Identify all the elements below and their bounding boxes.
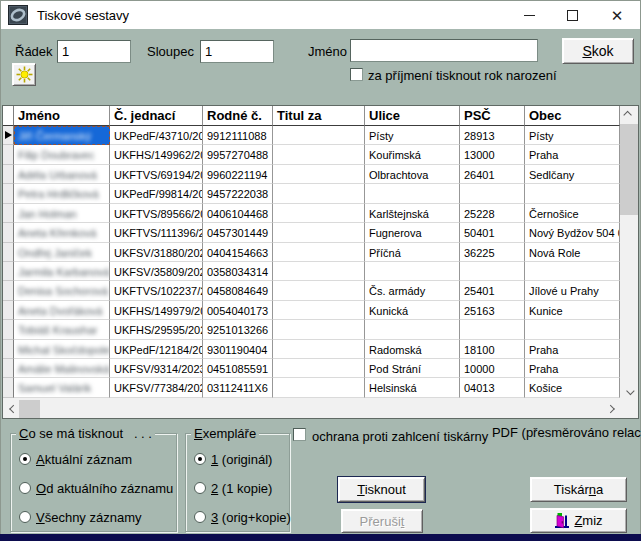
tisknout-button[interactable]: Tisknout: [338, 477, 425, 502]
cell-rodne[interactable]: 0457301449: [203, 223, 273, 242]
cell-obec[interactable]: Nová Role: [525, 243, 620, 262]
cell-jednaci[interactable]: UKFTVS/69194/2023: [110, 165, 203, 184]
row-selector-cell[interactable]: [3, 281, 14, 300]
grid-row[interactable]: Jarmila KarbanováUKFSV/35809/20230358034…: [3, 262, 620, 281]
cell-psc[interactable]: 25163: [460, 301, 525, 320]
column-header-6[interactable]: PSČ: [460, 106, 525, 126]
cell-psc[interactable]: 18100: [460, 340, 525, 359]
sloupec-input[interactable]: 1: [200, 40, 274, 63]
grid-row[interactable]: Tobiáš KrausharUKFHS/29595/2023925101326…: [3, 320, 620, 339]
row-selector-cell[interactable]: [3, 204, 14, 223]
cell-obec[interactable]: Praha: [525, 145, 620, 164]
cell-psc[interactable]: 25228: [460, 204, 525, 223]
cell-rodne[interactable]: 9957270488: [203, 145, 273, 164]
zmiz-button[interactable]: Zmiz: [530, 508, 627, 533]
jmeno-input[interactable]: [350, 39, 538, 62]
grid-row[interactable]: Michal SkočdopoleUKPedF/12184/2023930119…: [3, 340, 620, 359]
row-selector-cell[interactable]: [3, 301, 14, 320]
cell-name[interactable]: Petra Hrdličková: [14, 184, 110, 203]
cell-titul[interactable]: [273, 281, 365, 300]
cell-titul[interactable]: [273, 243, 365, 262]
refresh-button[interactable]: [12, 63, 36, 86]
grid-row[interactable]: Samuel ValárikUKFSV/77384/202303112411X6…: [3, 378, 620, 397]
copies-option-3[interactable]: 3 (orig+kopie): [194, 510, 291, 524]
scroll-down-button[interactable]: [620, 382, 637, 399]
grid-row[interactable]: Jan HolmanUKFTVS/89566/20230406104468Kar…: [3, 204, 620, 223]
cell-psc[interactable]: 04013: [460, 378, 525, 397]
cell-obec[interactable]: Praha: [525, 340, 620, 359]
row-selector-cell[interactable]: [3, 223, 14, 242]
cell-name[interactable]: Tobiáš Kraushar: [14, 320, 110, 339]
cell-obec[interactable]: Jílové u Prahy: [525, 281, 620, 300]
prerusit-button[interactable]: Přerušit: [341, 509, 423, 533]
cell-rodne[interactable]: 9251013266: [203, 320, 273, 339]
cell-rodne[interactable]: 0458084649: [203, 281, 273, 300]
cell-rodne[interactable]: 9960221194: [203, 165, 273, 184]
row-selector-cell[interactable]: [3, 243, 14, 262]
column-header-1[interactable]: Jméno: [14, 106, 110, 126]
cell-rodne[interactable]: 0054040173: [203, 301, 273, 320]
row-selector-cell[interactable]: [3, 184, 14, 203]
cell-obec[interactable]: Černošice: [525, 204, 620, 223]
copies-option-2[interactable]: 2 (1 kopie): [194, 481, 272, 495]
grid-row[interactable]: Amálie MalinovskáUKFSV/9314/2023-1045108…: [3, 359, 620, 378]
skok-button[interactable]: Skok: [562, 38, 634, 64]
cell-psc[interactable]: 26401: [460, 165, 525, 184]
cell-obec[interactable]: Nový Bydžov 504 01: [525, 223, 620, 242]
cell-titul[interactable]: [273, 184, 365, 203]
column-header-4[interactable]: Titul za: [273, 106, 365, 126]
row-selector-cell[interactable]: [3, 126, 14, 145]
cell-titul[interactable]: [273, 378, 365, 397]
cell-ulice[interactable]: Čs. armády: [365, 281, 460, 300]
row-selector-cell[interactable]: [3, 320, 14, 339]
cell-titul[interactable]: [273, 320, 365, 339]
cell-titul[interactable]: [273, 145, 365, 164]
cell-psc[interactable]: 13000: [460, 145, 525, 164]
cell-titul[interactable]: [273, 223, 365, 242]
print-scope-option-1[interactable]: Aktuální záznam: [19, 452, 132, 466]
cell-obec[interactable]: Praha: [525, 359, 620, 378]
grid-row[interactable]: Aneta KřenkováUKFTVS/111396/202304573014…: [3, 223, 620, 242]
cell-rodne[interactable]: 0406104468: [203, 204, 273, 223]
cell-psc[interactable]: [460, 262, 525, 281]
horizontal-scrollbar[interactable]: [3, 400, 620, 418]
cell-rodne[interactable]: 03112411X6: [203, 378, 273, 397]
row-selector-cell[interactable]: [3, 262, 14, 281]
cell-name[interactable]: Samuel Valárik: [14, 378, 110, 397]
cell-rodne[interactable]: 9301190404: [203, 340, 273, 359]
scroll-right-button[interactable]: [603, 400, 620, 417]
grid-body[interactable]: Jiří ČermanskýUKPedF/43710/2023991211108…: [3, 126, 620, 398]
cell-jednaci[interactable]: UKFHS/149962/2023: [110, 145, 203, 164]
row-selector-cell[interactable]: [3, 378, 14, 397]
tiskarna-button[interactable]: Tiskárna: [530, 477, 627, 502]
cell-jednaci[interactable]: UKFTVS/89566/2023: [110, 204, 203, 223]
cell-psc[interactable]: 36225: [460, 243, 525, 262]
cell-rodne[interactable]: 9457222038: [203, 184, 273, 203]
cell-name[interactable]: Adéla Urbanová: [14, 165, 110, 184]
cell-titul[interactable]: [273, 204, 365, 223]
cell-titul[interactable]: [273, 262, 365, 281]
cell-obec[interactable]: [525, 184, 620, 203]
copies-option-1[interactable]: 1 (originál): [194, 452, 272, 466]
horizontal-scroll-thumb[interactable]: [19, 400, 40, 418]
print-scope-option-2[interactable]: Od aktuálního záznamu: [19, 481, 173, 495]
row-selector-cell[interactable]: [3, 359, 14, 378]
cell-rodne[interactable]: 0404154663: [203, 243, 273, 262]
cell-jednaci[interactable]: UKFSV/35809/2023: [110, 262, 203, 281]
cell-titul[interactable]: [273, 165, 365, 184]
cell-obec[interactable]: Košice: [525, 378, 620, 397]
cell-psc[interactable]: [460, 184, 525, 203]
cell-jednaci[interactable]: UKPedF/43710/2023: [110, 126, 203, 145]
cell-psc[interactable]: 10000: [460, 359, 525, 378]
cell-titul[interactable]: [273, 359, 365, 378]
rok-narozeni-checkbox[interactable]: [350, 68, 363, 81]
cell-ulice[interactable]: Příčná: [365, 243, 460, 262]
cell-ulice[interactable]: [365, 262, 460, 281]
cell-name[interactable]: Aneta Dvořáková: [14, 301, 110, 320]
maximize-button[interactable]: [556, 1, 588, 29]
cell-ulice[interactable]: Pod Strání: [365, 359, 460, 378]
row-selector-cell[interactable]: [3, 340, 14, 359]
minimize-button[interactable]: [513, 1, 545, 29]
cell-name[interactable]: Michal Skočdopole: [14, 340, 110, 359]
grid-row[interactable]: Petra HrdličkováUKPedF/99814/20239457222…: [3, 184, 620, 203]
